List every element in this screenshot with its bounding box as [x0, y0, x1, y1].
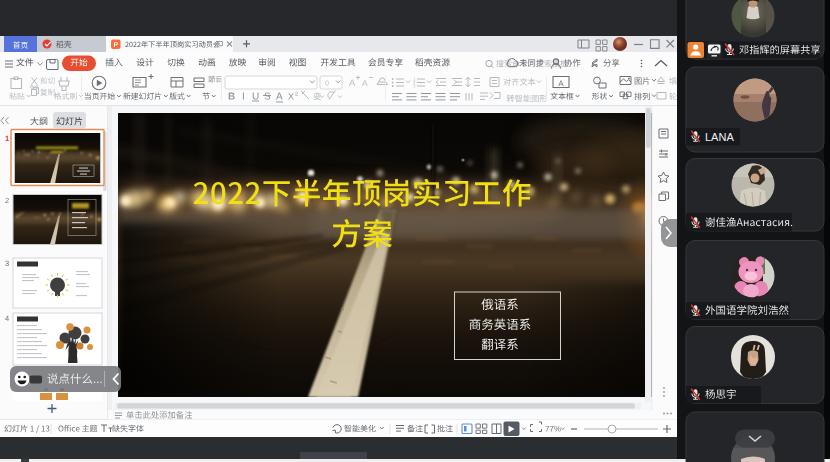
svg-text:LANA: LANA [705, 131, 734, 143]
